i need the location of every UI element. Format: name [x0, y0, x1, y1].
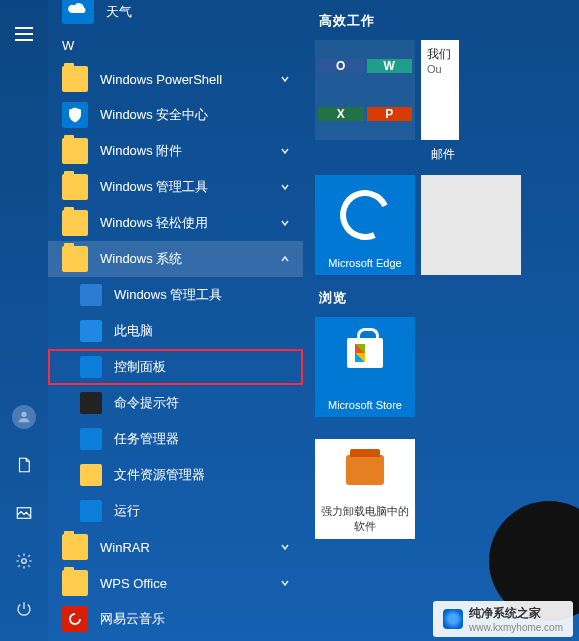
- chevron-down-icon: [277, 179, 293, 195]
- chevron-down-icon: [277, 539, 293, 555]
- watermark-text: 纯净系统之家: [469, 605, 563, 622]
- run-icon: [80, 500, 102, 522]
- pictures-button[interactable]: [0, 489, 48, 537]
- app-row-windows 系统[interactable]: Windows 系统: [48, 241, 303, 277]
- folder-icon: [62, 66, 88, 92]
- group-header-browse[interactable]: 浏览: [319, 289, 579, 307]
- chevron-down-icon: [277, 215, 293, 231]
- app-row-control-panel[interactable]: 控制面板: [48, 349, 303, 385]
- app-label: 控制面板: [114, 358, 293, 376]
- app-label: WPS Office: [100, 576, 265, 591]
- app-label: WinRAR: [100, 540, 265, 555]
- svg-point-2: [22, 559, 27, 564]
- power-icon: [15, 600, 33, 618]
- folder-icon: [62, 246, 88, 272]
- app-list: 天气 W Windows PowerShell Windows 安全中心 Win…: [48, 0, 303, 641]
- app-label: 网易云音乐: [100, 610, 293, 628]
- app-row-windows 安全中心[interactable]: Windows 安全中心: [48, 97, 303, 133]
- folder-icon: [62, 138, 88, 164]
- tile-microsoft-store[interactable]: Microsoft Store: [315, 317, 415, 417]
- folder-icon: [62, 570, 88, 596]
- app-row-windows 附件[interactable]: Windows 附件: [48, 133, 303, 169]
- app-label: Windows 轻松使用: [100, 214, 265, 232]
- app-label: Windows PowerShell: [100, 72, 265, 87]
- word-icon: W: [367, 59, 413, 73]
- tile-label: Microsoft Store: [328, 399, 402, 411]
- app-row-run[interactable]: 运行: [48, 493, 303, 529]
- chevron-up-icon: [277, 251, 293, 267]
- gear-icon: [15, 552, 33, 570]
- account-button[interactable]: [0, 393, 48, 441]
- hamburger-button[interactable]: [0, 10, 48, 58]
- watermark-logo-icon: [443, 609, 463, 629]
- app-label: Windows 系统: [100, 250, 265, 268]
- store-icon: [347, 338, 383, 368]
- watermark: 纯净系统之家 www.kxmyhome.com: [433, 601, 573, 637]
- document-icon: [15, 456, 33, 474]
- app-label: 命令提示符: [114, 394, 293, 412]
- svg-point-0: [21, 412, 26, 417]
- left-rail: [0, 0, 48, 641]
- tile-label: 强力卸载电脑中的软件: [321, 504, 409, 533]
- power-button[interactable]: [0, 585, 48, 633]
- tiles-area: 高效工作 O W X P 我们 Ou 邮件 Microsoft Edge 浏览: [303, 0, 579, 641]
- chevron-down-icon: [277, 575, 293, 591]
- excel-icon: X: [318, 107, 364, 121]
- app-row-file-explorer[interactable]: 文件资源管理器: [48, 457, 303, 493]
- app-row-winrar[interactable]: WinRAR: [48, 529, 303, 565]
- picture-icon: [15, 504, 33, 522]
- app-row-windows 管理工具[interactable]: Windows 管理工具: [48, 169, 303, 205]
- app-label: Windows 安全中心: [100, 106, 293, 124]
- section-header-w[interactable]: W: [48, 24, 303, 61]
- avatar-icon: [12, 405, 36, 429]
- outlook-icon: O: [318, 59, 364, 73]
- tile-folder-group[interactable]: [421, 175, 521, 275]
- folder-icon: [62, 210, 88, 236]
- app-row-weather[interactable]: 天气: [48, 0, 303, 24]
- admin-tools-icon: [80, 284, 102, 306]
- cmd-icon: [80, 392, 102, 414]
- task-manager-icon: [80, 428, 102, 450]
- netease-icon: [62, 606, 88, 632]
- group-header-productivity[interactable]: 高效工作: [319, 12, 579, 30]
- watermark-url: www.kxmyhome.com: [469, 622, 563, 633]
- app-row-windows powershell[interactable]: Windows PowerShell: [48, 61, 303, 97]
- weather-icon: [62, 0, 94, 24]
- shield-icon: [62, 102, 88, 128]
- mail-preview-body: Ou: [427, 63, 442, 75]
- documents-button[interactable]: [0, 441, 48, 489]
- settings-button[interactable]: [0, 537, 48, 585]
- box-icon: [346, 455, 384, 485]
- folder-icon: [62, 534, 88, 560]
- tile-label-mail: 邮件: [431, 146, 579, 163]
- app-label: Windows 管理工具: [100, 178, 265, 196]
- chevron-down-icon: [277, 143, 293, 159]
- this-pc-icon: [80, 320, 102, 342]
- app-row-task-manager[interactable]: 任务管理器: [48, 421, 303, 457]
- app-label: 天气: [106, 3, 303, 21]
- app-label: 任务管理器: [114, 430, 293, 448]
- start-menu: 天气 W Windows PowerShell Windows 安全中心 Win…: [0, 0, 579, 641]
- app-label: 文件资源管理器: [114, 466, 293, 484]
- tile-edge[interactable]: Microsoft Edge: [315, 175, 415, 275]
- app-row-cmd[interactable]: 命令提示符: [48, 385, 303, 421]
- app-row-admin-tools[interactable]: Windows 管理工具: [48, 277, 303, 313]
- mail-preview-title: 我们: [427, 46, 451, 63]
- app-row-this-pc[interactable]: 此电脑: [48, 313, 303, 349]
- powerpoint-icon: P: [367, 107, 413, 121]
- folder-icon: [62, 174, 88, 200]
- app-label: Windows 管理工具: [114, 286, 293, 304]
- app-row-网易云音乐[interactable]: 网易云音乐: [48, 601, 303, 637]
- app-row-wps office[interactable]: WPS Office: [48, 565, 303, 601]
- tile-uninstaller[interactable]: 强力卸载电脑中的软件: [315, 439, 415, 539]
- chevron-down-icon: [277, 71, 293, 87]
- tile-office-group[interactable]: O W X P: [315, 40, 415, 140]
- app-label: Windows 附件: [100, 142, 265, 160]
- app-label: 运行: [114, 502, 293, 520]
- app-row-windows 轻松使用[interactable]: Windows 轻松使用: [48, 205, 303, 241]
- tile-mail[interactable]: 我们 Ou: [421, 40, 459, 140]
- app-label: 此电脑: [114, 322, 293, 340]
- edge-icon: [333, 183, 397, 247]
- hamburger-icon: [15, 27, 33, 41]
- control-panel-icon: [80, 356, 102, 378]
